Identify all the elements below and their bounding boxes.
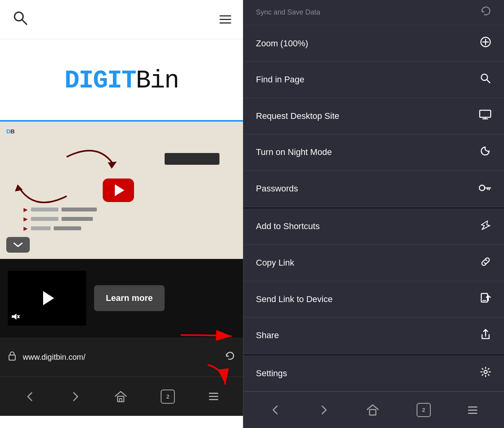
lock-icon (8, 351, 16, 363)
menu-button-left[interactable] (209, 393, 218, 400)
menu-item-copy-link-label: Copy Link (256, 258, 294, 268)
svg-line-1 (22, 20, 27, 24)
share-icon (480, 328, 491, 343)
svg-marker-2 (108, 162, 117, 169)
menu-item-passwords[interactable]: Passwords (243, 171, 504, 207)
desktop-icon (479, 109, 491, 122)
tabs-badge-left[interactable]: 2 (161, 390, 175, 404)
back-button-right[interactable] (270, 404, 281, 415)
mute-icon (11, 313, 20, 322)
content-image-area: DB ▶ ▶ ▶ (0, 122, 243, 259)
browser-nav-bar-left: 2 (0, 377, 243, 416)
url-text: www.digitbin.com/ (23, 353, 219, 362)
menu-item-sync-label: Sync and Save Data (256, 8, 320, 16)
shortcuts-icon (480, 219, 491, 234)
menu-item-shortcuts-label: Add to Shortcuts (256, 221, 320, 231)
svg-rect-7 (9, 355, 15, 360)
menu-item-share[interactable]: Share (243, 317, 504, 354)
learn-more-button[interactable]: Learn more (94, 285, 165, 311)
menu-item-find-label: Find in Page (256, 75, 305, 85)
sync-icon (480, 6, 491, 19)
menu-item-zoom-label: Zoom (100%) (256, 38, 308, 49)
list-lines: ▶ ▶ ▶ (24, 206, 97, 231)
play-icon (43, 291, 54, 305)
menu-item-send-link[interactable]: Send Link to Device (243, 281, 504, 318)
find-icon (480, 73, 491, 87)
menu-item-share-label: Share (256, 330, 279, 341)
left-panel: DIGITBin DB ▶ ▶ (0, 0, 243, 428)
svg-marker-4 (12, 313, 16, 320)
svg-point-0 (15, 12, 23, 21)
night-mode-icon (480, 146, 491, 159)
red-arrow-left (200, 357, 235, 392)
home-button-right[interactable] (366, 404, 379, 416)
back-button-left[interactable] (25, 391, 36, 402)
settings-icon (480, 366, 491, 381)
menu-item-night-mode-label: Turn on Night Mode (256, 147, 332, 157)
menu-item-shortcuts[interactable]: Add to Shortcuts (243, 209, 504, 245)
logo-digit: DIGIT (64, 67, 136, 95)
menu-item-copy-link[interactable]: Copy Link (243, 245, 504, 281)
context-menu: Sync and Save Data Zoom (100%) Find in P… (243, 0, 504, 428)
menu-item-desktop-label: Request Desktop Site (256, 111, 339, 121)
zoom-icon (480, 36, 491, 51)
forward-button-right[interactable] (318, 404, 329, 415)
menu-item-passwords-label: Passwords (256, 184, 298, 194)
collapse-button[interactable] (6, 237, 30, 253)
browser-top-bar (0, 0, 243, 39)
hamburger-menu-icon[interactable] (219, 15, 231, 24)
menu-item-night-mode[interactable]: Turn on Night Mode (243, 135, 504, 171)
youtube-play-button (103, 178, 134, 202)
copy-link-icon (480, 256, 491, 270)
menu-item-send-link-label: Send Link to Device (256, 294, 333, 304)
menu-item-find[interactable]: Find in Page (243, 62, 504, 98)
site-logo: DIGITBin (64, 64, 178, 95)
svg-rect-16 (480, 110, 491, 117)
menu-item-settings-label: Settings (256, 368, 287, 379)
tabs-badge-right[interactable]: 2 (417, 403, 431, 417)
menu-item-settings[interactable]: Settings (243, 355, 504, 392)
svg-rect-29 (370, 410, 376, 415)
menu-item-sync[interactable]: Sync and Save Data (243, 0, 504, 25)
bottom-nav-bar-right: 2 (243, 392, 504, 428)
search-icon[interactable] (12, 9, 28, 29)
menu-item-desktop[interactable]: Request Desktop Site (243, 98, 504, 135)
home-button-left[interactable] (114, 391, 127, 403)
send-link-icon (480, 292, 491, 306)
svg-point-28 (484, 370, 487, 373)
red-arrow-share (177, 321, 239, 349)
forward-button-left[interactable] (70, 391, 81, 402)
logo-bin: Bin (136, 67, 178, 95)
passwords-icon (479, 183, 491, 195)
dark-rect (165, 153, 219, 165)
site-logo-area: DIGITBin (0, 39, 243, 122)
video-thumbnail[interactable] (8, 271, 86, 326)
menu-button-right[interactable] (468, 406, 477, 414)
menu-item-zoom[interactable]: Zoom (100%) (243, 25, 504, 62)
svg-line-15 (487, 80, 490, 83)
